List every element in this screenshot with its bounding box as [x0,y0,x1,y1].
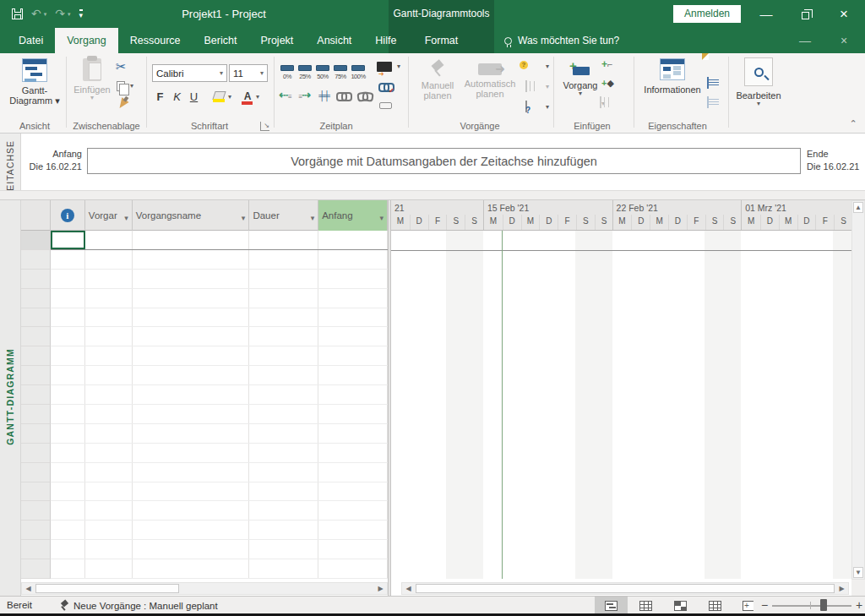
row-header[interactable] [21,346,51,366]
task-cell[interactable] [51,559,85,578]
task-cell[interactable] [249,482,318,501]
percent-75-button[interactable]: 75% [332,65,349,80]
task-cell[interactable] [85,521,133,539]
row-header[interactable] [21,231,51,250]
task-cell[interactable] [85,463,133,482]
task-cell[interactable] [318,270,388,288]
task-cell[interactable] [318,482,388,501]
insert-milestone-button[interactable]: +◆ [601,78,614,89]
filter-arrow-icon[interactable]: ▾ [311,214,315,222]
insert-summary-button[interactable]: +⌐ [601,58,612,70]
task-information-button[interactable]: Informationen [639,58,705,95]
tab-bericht[interactable]: Bericht [193,28,249,53]
zoom-slider-thumb[interactable] [820,599,827,611]
row-header[interactable] [21,405,51,424]
row-header[interactable] [21,424,51,444]
row-header[interactable] [21,482,51,502]
undo-dropdown-icon[interactable]: ▾ [44,11,47,18]
table-row[interactable] [21,289,388,308]
gantt-chart-view-button[interactable] [595,597,628,614]
table-row[interactable] [21,346,388,366]
background-color-dropdown-icon[interactable]: ▾ [228,94,231,101]
tab-projekt[interactable]: Projekt [248,28,305,53]
task-cell[interactable] [318,424,388,443]
tell-me-search[interactable]: Was möchten Sie tun? [504,28,619,53]
task-cell[interactable] [249,424,318,443]
table-row[interactable] [21,482,388,502]
inactivate-task-icon[interactable] [379,102,392,109]
task-cell[interactable] [85,559,133,578]
task-cell[interactable] [51,270,85,288]
redo-button[interactable]: ↷ [55,0,65,28]
task-cell[interactable] [318,289,388,308]
task-cell[interactable] [133,521,250,539]
task-cell[interactable] [51,444,85,462]
table-row[interactable] [21,385,388,405]
scroll-right-icon[interactable]: ▶ [375,584,386,593]
tab-vorgang[interactable]: Vorgang [55,28,118,53]
row-header[interactable] [21,250,51,270]
task-cell[interactable] [318,540,388,559]
task-cell[interactable] [318,327,388,346]
indent-task-icon[interactable]: ≡⇢ [299,89,312,101]
task-cell[interactable] [51,405,85,423]
tab-ansicht[interactable]: Ansicht [305,28,363,53]
task-cell[interactable] [318,308,388,327]
task-cell[interactable] [133,501,250,520]
task-cell[interactable] [51,463,85,482]
task-cell[interactable] [51,424,85,443]
row-header[interactable] [21,463,51,482]
move-task-button[interactable] [525,81,527,91]
table-row[interactable] [21,366,388,385]
task-cell[interactable] [318,231,388,249]
task-cell[interactable] [318,250,388,269]
task-cell[interactable] [249,289,318,308]
table-row[interactable] [21,444,388,463]
timeline-pane-strip[interactable]: ZEITACHSE [0,134,21,190]
collapse-ribbon-icon[interactable]: ⌃ [846,118,860,130]
select-all-corner[interactable] [21,200,51,231]
task-cell[interactable] [85,482,133,501]
paste-button[interactable]: Einfügen ▾ [73,58,112,101]
redo-dropdown-icon[interactable]: ▾ [68,11,71,18]
row-header[interactable] [21,385,51,405]
task-cell[interactable] [133,250,250,269]
sign-in-button[interactable]: Anmelden [673,5,741,23]
timeline-pane[interactable]: Anfang Die 16.02.21 Vorgänge mit Datumsa… [21,134,865,190]
ribbon-minimize-icon[interactable]: — [791,28,819,53]
background-color-icon[interactable] [213,91,226,102]
undo-button[interactable]: ↶ [31,0,41,28]
task-cell[interactable] [133,231,250,249]
task-cell[interactable] [318,463,388,482]
underline-button[interactable]: U [187,90,201,103]
table-horizontal-scrollbar[interactable]: ◀ ▶ [21,582,388,595]
task-cell[interactable] [85,444,133,462]
task-cell[interactable] [85,327,133,346]
scroll-down-icon[interactable]: ▼ [853,567,863,578]
filter-arrow-icon[interactable]: ▾ [242,214,246,222]
task-cell[interactable] [51,346,85,365]
task-cell[interactable] [51,366,85,384]
task-cell[interactable] [85,385,133,404]
column-header-vorgangsname[interactable]: Vorgangsname▾ [133,200,250,231]
percent-50-button[interactable]: 50% [314,65,331,80]
task-mode-button[interactable] [525,101,527,112]
table-row[interactable] [21,308,388,328]
task-cell[interactable] [133,385,250,404]
column-header-anfang[interactable]: Anfang▾ [318,200,388,231]
task-cell[interactable] [85,405,133,423]
task-cell[interactable] [85,270,133,288]
column-header-vorgangsmodus[interactable]: Vorgar▾ [85,200,133,231]
gantt-vertical-scrollbar[interactable]: ▲ ▼ [851,200,865,580]
task-cell[interactable] [249,366,318,384]
task-cell[interactable] [133,289,250,308]
font-dialog-launcher[interactable]: ↘ [260,122,269,131]
split-task-icon[interactable]: ╪╪ [318,90,329,101]
task-cell[interactable] [133,327,250,346]
restore-button[interactable] [791,0,819,28]
table-row[interactable] [21,463,388,482]
save-icon[interactable] [12,8,23,19]
task-cell[interactable] [249,559,318,578]
task-cell[interactable] [318,501,388,520]
task-cell[interactable] [51,540,85,559]
